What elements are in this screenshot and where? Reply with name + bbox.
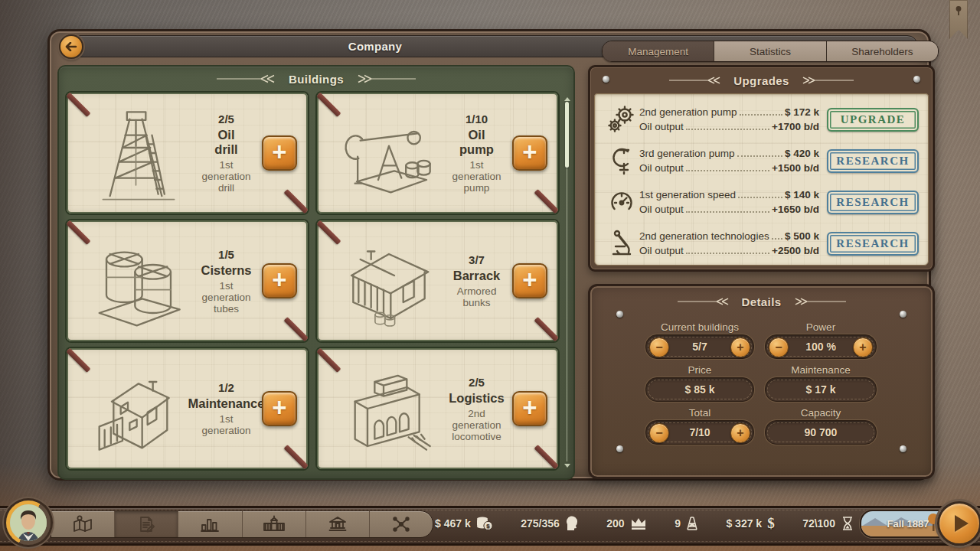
- plus-icon: +: [272, 139, 286, 165]
- population-value: 275/356: [521, 517, 560, 530]
- nav-map-button[interactable]: [51, 511, 115, 537]
- scroll-up-icon[interactable]: [564, 97, 570, 101]
- buildings-scrollbar[interactable]: [564, 97, 570, 468]
- rivet-icon: [616, 311, 623, 318]
- back-button[interactable]: [59, 34, 83, 59]
- portrait-icon: [10, 504, 47, 541]
- card-barrack: 3/7 Barrack Armored bunks +: [315, 219, 560, 343]
- card-oil-pump: 1/10 Oil pump 1st generation pump +: [315, 91, 560, 215]
- title-bar: Company Management Statistics Shareholde…: [60, 35, 918, 57]
- plus-icon: +: [272, 267, 286, 292]
- left-arrow-icon: [65, 42, 77, 51]
- field-value: $ 85 k: [646, 378, 753, 401]
- add-barrack-button[interactable]: +: [512, 263, 547, 298]
- upgrades-list: 2nd generation pump$ 172 k Oil output+17…: [594, 93, 929, 266]
- price-field: $ 85 k: [645, 377, 754, 402]
- nav-network-button[interactable]: [370, 511, 433, 537]
- upgrade-cost: $ 140 k: [785, 187, 819, 202]
- upgrade-row: 1st generation speed$ 140 k Oil output+1…: [595, 181, 928, 223]
- card-logistics: 2/5 Logistics 2nd generation locomotive …: [315, 347, 560, 471]
- plus-button[interactable]: +: [730, 337, 750, 357]
- field-label: Total: [645, 407, 754, 420]
- upgrade-effect-value: +2500 b/d: [772, 243, 819, 258]
- maintenance-sketch-icon: [70, 351, 207, 466]
- plus-icon: +: [272, 395, 286, 420]
- building-count: 3/7: [469, 253, 485, 266]
- tab-statistics[interactable]: Statistics: [714, 41, 826, 61]
- page-title: Company: [291, 36, 459, 57]
- building-name: Oil drill: [209, 128, 243, 157]
- plus-icon: +: [522, 267, 537, 292]
- ribbon-decoration: [284, 445, 309, 471]
- coins-icon: $: [476, 516, 493, 531]
- research-button[interactable]: RESEARCH: [827, 149, 919, 173]
- research-button[interactable]: RESEARCH: [827, 232, 919, 256]
- crown-icon: [630, 517, 647, 530]
- building-name: Logistics: [449, 391, 504, 406]
- add-cisterns-button[interactable]: +: [262, 263, 297, 298]
- upgrade-name: 3rd generation pump: [639, 146, 735, 161]
- plus-icon: +: [522, 395, 537, 420]
- microscope-icon: [604, 228, 639, 259]
- plus-button[interactable]: +: [730, 423, 750, 443]
- player-avatar[interactable]: [6, 500, 51, 545]
- power-field: 100 % − +: [765, 334, 877, 359]
- field-label: Current buildings: [645, 321, 754, 334]
- add-maintenance-button[interactable]: +: [262, 391, 297, 426]
- add-oil-pump-button[interactable]: +: [512, 135, 547, 171]
- add-oil-drill-button[interactable]: +: [262, 135, 297, 171]
- building-count: 1/10: [466, 112, 488, 126]
- ribbon-decoration: [534, 445, 560, 471]
- svg-text:$: $: [486, 523, 490, 530]
- building-desc: 2nd generation locomotive: [452, 408, 501, 442]
- prestige-value: 200: [606, 517, 624, 530]
- oil-pump-sketch-icon: [320, 96, 458, 210]
- dotted-leader: [686, 253, 769, 254]
- upgrade-effect-value: +1650 b/d: [772, 202, 819, 217]
- oil-drill-sketch-icon: [70, 96, 207, 210]
- dotted-leader: [686, 170, 769, 171]
- flourish-right-icon: [789, 297, 846, 306]
- details-header: Details: [742, 295, 782, 308]
- scrollbar-thumb[interactable]: [565, 102, 569, 168]
- building-count: 1/5: [218, 248, 234, 261]
- tab-management[interactable]: Management: [603, 41, 714, 61]
- tab-shareholders[interactable]: Shareholders: [827, 41, 938, 61]
- dotted-leader: [772, 238, 782, 240]
- upgrade-row: 2nd generation technologies$ 500 k Oil o…: [595, 223, 928, 264]
- pin-icon: [954, 5, 963, 16]
- clamp-icon: [604, 145, 639, 176]
- nav-bank-button[interactable]: [306, 511, 370, 537]
- building-desc: 1st generation tubes: [202, 280, 251, 315]
- rivet-icon: [900, 445, 906, 452]
- nav-statistics-button[interactable]: [178, 511, 242, 537]
- research-button[interactable]: RESEARCH: [827, 191, 919, 214]
- minus-button[interactable]: −: [769, 337, 789, 357]
- nav-government-button[interactable]: [243, 511, 306, 537]
- building-name: Maintenance: [188, 396, 265, 411]
- minus-button[interactable]: −: [649, 423, 669, 443]
- stock-stat: $ 327 k $: [726, 515, 774, 532]
- field-value: $ 17 k: [766, 378, 876, 401]
- nav-company-button[interactable]: [115, 511, 178, 537]
- field-label: Maintenance: [765, 364, 877, 377]
- field-label: Power: [765, 321, 877, 334]
- flourish-left-icon: [678, 297, 734, 306]
- building-desc: Armored bunks: [457, 285, 497, 308]
- flourish-left-icon: [217, 74, 281, 83]
- building-count: 2/5: [218, 112, 234, 126]
- rivet-icon: [616, 445, 623, 452]
- derrick-stat: 9: [675, 516, 698, 531]
- minus-button[interactable]: −: [649, 337, 669, 357]
- scroll-down-icon[interactable]: [564, 464, 570, 468]
- derrick-icon: [686, 516, 698, 531]
- dotted-leader: [738, 197, 782, 198]
- play-button[interactable]: [937, 501, 980, 546]
- upgrade-cost: $ 500 k: [785, 229, 819, 243]
- add-logistics-button[interactable]: +: [512, 391, 547, 426]
- rivet-icon: [900, 311, 906, 318]
- plus-button[interactable]: +: [853, 337, 873, 357]
- card-maintenance: 1/2 Maintenance 1st generation +: [65, 347, 309, 471]
- upgrade-button[interactable]: UPGRADE: [827, 108, 919, 132]
- card-oil-drill: 2/5 Oil drill 1st generation drill +: [65, 91, 309, 215]
